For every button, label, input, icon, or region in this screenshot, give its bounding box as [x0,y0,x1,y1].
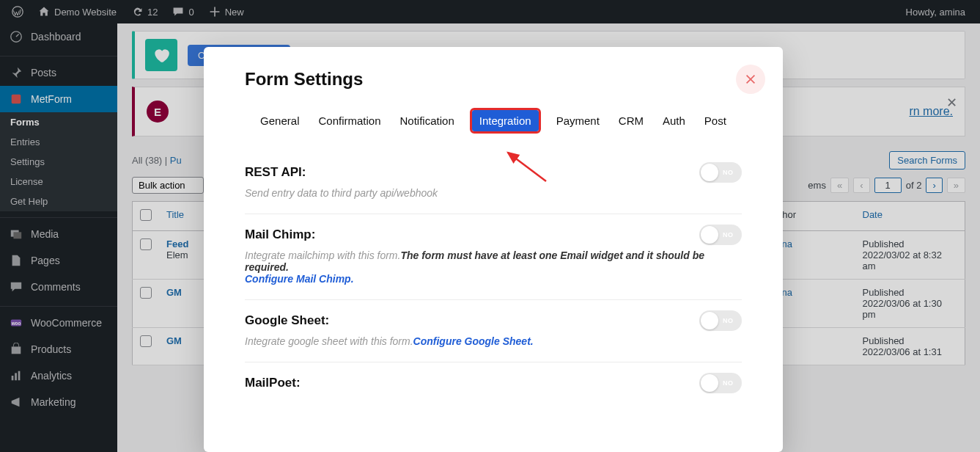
row-title-link[interactable]: GM [166,335,182,346]
sidebar-item-pages[interactable]: Pages [0,247,117,274]
site-name-link[interactable]: Demo Website [32,0,122,23]
sidebar-item-dashboard[interactable]: Dashboard [0,23,117,50]
th-date[interactable]: Date [863,209,883,220]
media-icon [9,227,23,241]
row-title-link[interactable]: Feed [166,238,188,249]
configure-googlesheet-link[interactable]: Configure Google Sheet. [413,335,534,347]
select-all-checkbox[interactable] [140,209,152,221]
refresh-icon [131,6,143,18]
filter-all[interactable]: All [132,155,142,166]
close-icon [744,73,757,86]
setting-mailpoet: MailPoet: NO [245,362,742,412]
toggle-knob [701,312,718,329]
svg-rect-9 [15,373,17,380]
search-box: Search Forms [889,151,965,170]
list-filter-links: All (38) | Pu [132,155,182,166]
tab-confirmation[interactable]: Confirmation [317,110,382,131]
heart-icon [145,39,177,71]
tab-crm[interactable]: CRM [617,110,645,131]
wp-logo[interactable] [6,0,29,23]
sidebar-item-comments[interactable]: Comments [0,274,117,300]
toggle-google-sheet[interactable]: NO [699,310,742,331]
sidebar-item-woocommerce[interactable]: woo WooCommerce [0,310,117,336]
last-page-button[interactable]: » [947,178,965,193]
sidebar-item-marketing[interactable]: Marketing [0,389,117,415]
user-greeting[interactable]: Howdy, amina [897,7,974,18]
setting-label: Mail Chimp: [245,227,742,242]
svg-text:woo: woo [11,321,21,326]
sidebar-subitem-forms[interactable]: Forms [0,112,117,132]
setting-rest-api: REST API: Send entry data to third party… [245,152,742,214]
toggle-mailchimp[interactable]: NO [699,225,742,245]
close-modal-button[interactable] [736,65,765,94]
bulk-action-select[interactable]: Bulk action [132,177,204,194]
prev-page-button[interactable]: ‹ [853,178,869,193]
sidebar-item-analytics[interactable]: Analytics [0,362,117,389]
filter-published[interactable]: Pu [170,155,182,166]
configure-mailchimp-link[interactable]: Configure Mail Chimp. [245,273,354,285]
row-checkbox[interactable] [140,335,152,347]
sidebar-item-label: Posts [31,67,56,79]
admin-toolbar: Demo Website 12 0 New Howdy, amina [0,0,980,23]
products-icon [9,342,23,357]
toggle-rest-api[interactable]: NO [699,162,742,183]
svg-rect-4 [13,232,21,238]
toggle-mailpoet[interactable]: NO [699,373,742,393]
dismiss-notice-button[interactable]: ✕ [946,95,957,111]
sidebar-item-metform[interactable]: MetForm [0,86,117,112]
pagination: ems « ‹ 1 of 2 › » [808,178,965,193]
sidebar-item-label: MetForm [31,93,72,105]
wordpress-icon [12,6,23,18]
row-checkbox[interactable] [140,287,152,299]
tab-notification[interactable]: Notification [399,110,456,131]
tab-auth[interactable]: Auth [661,110,687,131]
comments-count: 0 [188,7,194,18]
modal-tabs: General Confirmation Notification Integr… [245,110,742,131]
th-title[interactable]: Title [166,209,184,220]
comments-link[interactable]: 0 [166,0,199,23]
row-title-link[interactable]: GM [166,287,182,298]
form-settings-modal: Form Settings General Confirmation Notif… [204,47,783,452]
setting-description: Send entry data to third party api/webho… [245,187,742,199]
sidebar-subitem-license[interactable]: License [0,172,117,192]
sidebar-item-label: Comments [31,281,81,293]
sidebar-subitem-entries[interactable]: Entries [0,132,117,152]
next-page-button[interactable]: › [926,178,942,193]
new-label: New [225,7,244,18]
toggle-knob [701,226,718,244]
row-checkbox[interactable] [140,238,152,250]
admin-sidebar: Dashboard Posts MetForm Forms Entries Se… [0,23,117,452]
of-pages: of 2 [906,180,922,191]
svg-rect-7 [12,346,21,354]
pin-icon [9,65,23,80]
sidebar-subitem-gethelp[interactable]: Get Help [0,192,117,211]
home-icon [38,6,50,18]
analytics-icon [9,368,23,383]
tab-payment[interactable]: Payment [555,110,601,131]
admin-toolbar-left: Demo Website 12 0 New [6,0,250,23]
sidebar-subitem-settings[interactable]: Settings [0,152,117,172]
sidebar-item-products[interactable]: Products [0,336,117,362]
setting-label: Google Sheet: [245,313,742,328]
dashboard-icon [9,29,23,44]
search-forms-button[interactable]: Search Forms [889,151,965,170]
sidebar-item-label: Analytics [31,370,72,382]
sidebar-item-media[interactable]: Media [0,221,117,247]
svg-rect-8 [12,376,14,380]
setting-label: MailPoet: [245,376,742,390]
filter-all-count: (38) [145,155,162,166]
woo-icon: woo [9,316,23,330]
sidebar-item-label: Pages [31,255,60,266]
updates-count: 12 [147,7,158,18]
updates-link[interactable]: 12 [125,0,163,23]
current-page-input[interactable]: 1 [874,178,902,193]
tab-general[interactable]: General [259,110,301,131]
new-content-link[interactable]: New [203,0,250,23]
tab-integration[interactable]: Integration [472,110,539,131]
tab-post[interactable]: Post [703,110,728,131]
sidebar-item-posts[interactable]: Posts [0,59,117,86]
first-page-button[interactable]: « [830,178,849,193]
toggle-knob [701,374,718,392]
sidebar-item-label: Dashboard [31,31,81,43]
setting-description: Integrate mailchimp with this form.The f… [245,249,742,285]
